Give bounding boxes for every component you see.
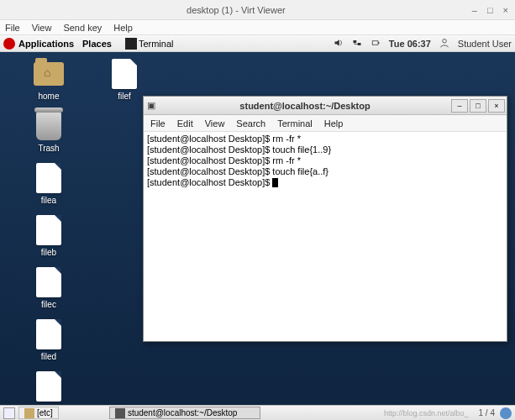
terminal-icon — [125, 38, 137, 50]
file-icon — [112, 59, 137, 89]
gnome-top-panel: Applications Places Terminal Tue 06:37 S… — [0, 35, 515, 52]
panel-task-terminal[interactable]: Terminal — [122, 37, 177, 50]
terminal-line: [student@localhost Desktop]$ — [147, 177, 503, 188]
desktop-icon-filef[interactable]: filef — [99, 59, 150, 101]
close-button[interactable]: × — [503, 5, 508, 15]
desktop-icon-label: fileb — [41, 248, 56, 257]
menu-sendkey[interactable]: Send key — [63, 23, 102, 33]
minimize-button[interactable]: – — [472, 5, 477, 15]
desktop-icon-trash[interactable]: Trash — [24, 111, 74, 153]
file-icon — [36, 163, 61, 193]
terminal-maximize-button[interactable]: □ — [470, 99, 486, 113]
terminal-menu-search[interactable]: Search — [236, 118, 265, 129]
terminal-titlebar[interactable]: ▣ student@localhost:~/Desktop – □ × — [144, 97, 507, 115]
desktop-icon-label: filec — [41, 300, 56, 309]
desktop-icon-label: home — [38, 92, 59, 101]
svg-rect-2 — [372, 40, 378, 45]
desktop-icon-label: Trash — [38, 144, 59, 153]
workspace-switcher-icon[interactable] — [500, 407, 512, 419]
menu-view[interactable]: View — [32, 23, 52, 33]
watermark-text: http://blog.csdn.net/albo_ — [384, 409, 469, 417]
file-icon — [36, 267, 61, 297]
terminal-line: [student@localhost Desktop]$ touch file{… — [147, 166, 503, 177]
terminal-menu-terminal[interactable]: Terminal — [277, 118, 313, 129]
terminal-menu-edit[interactable]: Edit — [177, 118, 193, 129]
maximize-button[interactable]: □ — [487, 5, 493, 15]
svg-rect-3 — [378, 42, 380, 44]
places-menu[interactable]: Places — [82, 39, 112, 49]
desktop-icon-filec[interactable]: filec — [24, 267, 74, 309]
trash-icon — [36, 112, 61, 140]
svg-point-4 — [443, 39, 447, 43]
redhat-icon[interactable] — [3, 38, 15, 50]
gnome-bottom-panel: [etc] student@localhost:~/Desktop http:/… — [0, 405, 515, 420]
terminal-menubar: File Edit View Search Terminal Help — [144, 115, 507, 132]
desktop-icon-label: filea — [41, 196, 56, 205]
terminal-line: [student@localhost Desktop]$ rm -fr * — [147, 134, 503, 144]
desktop-icon-home[interactable]: home — [24, 59, 74, 101]
terminal-icon — [115, 408, 125, 418]
file-icon — [36, 215, 61, 245]
applications-menu[interactable]: Applications — [18, 39, 74, 49]
virt-viewer-menubar: File View Send key Help — [0, 20, 515, 35]
terminal-body[interactable]: [student@localhost Desktop]$ rm -fr *[st… — [144, 132, 507, 341]
terminal-window[interactable]: ▣ student@localhost:~/Desktop – □ × File… — [143, 96, 507, 342]
menu-help[interactable]: Help — [113, 23, 133, 33]
desktop-icon-filed[interactable]: filed — [24, 319, 74, 361]
desktop-icon-filea[interactable]: filea — [24, 163, 74, 205]
terminal-menu-help[interactable]: Help — [324, 118, 344, 129]
workspace-indicator[interactable]: 1 / 4 — [479, 408, 495, 417]
battery-icon[interactable] — [370, 38, 381, 50]
terminal-menu-view[interactable]: View — [205, 118, 225, 129]
taskbar-item-etc[interactable]: [etc] — [18, 407, 59, 419]
menu-file[interactable]: File — [5, 23, 20, 33]
terminal-line: [student@localhost Desktop]$ rm -fr * — [147, 155, 503, 166]
svg-rect-0 — [353, 40, 356, 43]
desktop-icon-label: filef — [118, 92, 131, 101]
terminal-app-icon: ▣ — [144, 100, 159, 111]
desktop-icon-label: filed — [41, 352, 56, 361]
desktop-icon-fileb[interactable]: fileb — [24, 215, 74, 257]
clock[interactable]: Tue 06:37 — [389, 39, 431, 49]
folder-icon — [34, 62, 64, 86]
virt-viewer-titlebar: desktop (1) - Virt Viewer – □ × — [0, 0, 515, 20]
terminal-close-button[interactable]: × — [488, 99, 505, 113]
folder-icon — [24, 408, 34, 418]
user-menu[interactable]: Student User — [458, 39, 512, 49]
terminal-title: student@localhost:~/Desktop — [159, 101, 451, 111]
file-icon — [36, 371, 61, 402]
file-icon — [36, 319, 61, 349]
show-desktop-icon[interactable] — [3, 407, 15, 419]
volume-icon[interactable] — [334, 38, 344, 50]
terminal-line: [student@localhost Desktop]$ touch file{… — [147, 144, 503, 155]
terminal-menu-file[interactable]: File — [150, 118, 166, 129]
desktop-area[interactable]: fileefiledfilecfilebfileaTrashfilefhome … — [0, 52, 515, 405]
virt-viewer-title: desktop (1) - Virt Viewer — [0, 5, 472, 15]
network-icon[interactable] — [352, 38, 362, 50]
terminal-cursor — [272, 178, 278, 187]
taskbar-item-terminal[interactable]: student@localhost:~/Desktop — [109, 407, 260, 419]
terminal-minimize-button[interactable]: – — [451, 99, 468, 113]
user-icon[interactable] — [439, 38, 449, 50]
